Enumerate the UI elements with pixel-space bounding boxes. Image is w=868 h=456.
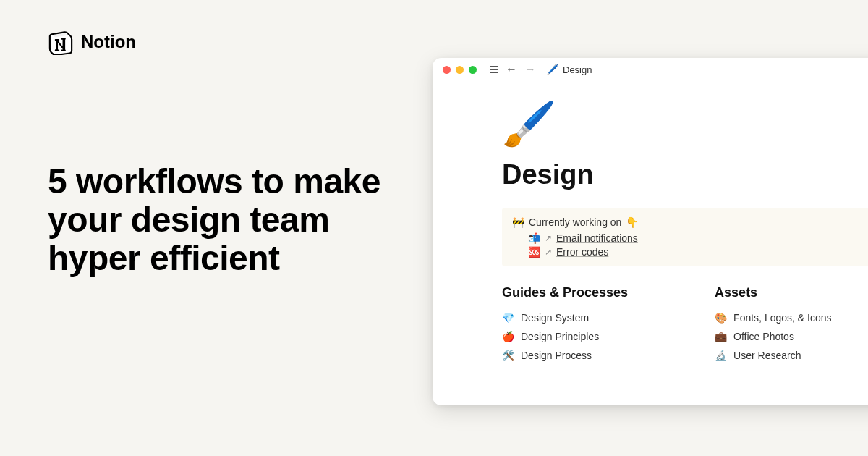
page-link[interactable]: 🔬 User Research	[715, 350, 831, 361]
mailbox-icon: 📬	[528, 232, 540, 244]
nav-back-icon[interactable]: ←	[506, 63, 517, 76]
breadcrumb-page-name: Design	[563, 64, 592, 75]
app-window: ← → 🖊️ Design Share 🖌️ Design 🚧 Currentl…	[433, 58, 868, 405]
microscope-icon: 🔬	[715, 350, 728, 361]
callout-header-text: Currently working on	[529, 216, 621, 228]
page-link[interactable]: 💼 Office Photos	[715, 331, 831, 342]
tools-icon: 🛠️	[502, 350, 515, 361]
callout-block: 🚧 Currently working on 👇 📬 ↗ Email notif…	[502, 208, 868, 266]
construction-icon: 🚧	[512, 216, 524, 228]
page-hero-icon[interactable]: 🖌️	[502, 103, 868, 146]
window-titlebar: ← → 🖊️ Design Share	[433, 58, 868, 81]
point-down-icon: 👇	[626, 216, 638, 228]
link-arrow-icon: ↗	[545, 233, 552, 243]
column-heading: Guides & Processes	[502, 285, 628, 300]
briefcase-icon: 💼	[715, 331, 728, 342]
page-link-label: Design System	[521, 312, 589, 324]
breadcrumb-page-icon: 🖊️	[546, 64, 558, 75]
notion-logo-icon	[48, 29, 74, 55]
callout-link-item[interactable]: 📬 ↗ Email notifications	[528, 232, 859, 244]
link-arrow-icon: ↗	[545, 247, 552, 257]
page-link[interactable]: 🍎 Design Principles	[502, 331, 628, 342]
callout-link[interactable]: Email notifications	[556, 232, 638, 244]
marketing-headline: 5 workflows to make your design team hyp…	[48, 163, 395, 277]
callout-link[interactable]: Error codes	[556, 246, 608, 258]
page-link[interactable]: 💎 Design System	[502, 312, 628, 324]
page-link-label: Design Principles	[521, 331, 599, 342]
column-guides: Guides & Processes 💎 Design System 🍎 Des…	[502, 285, 628, 368]
minimize-window-icon[interactable]	[456, 66, 464, 74]
sidebar-toggle-icon[interactable]	[490, 66, 498, 74]
page-link-label: Office Photos	[733, 331, 794, 342]
breadcrumb[interactable]: 🖊️ Design	[546, 64, 592, 75]
column-assets: Assets 🎨 Fonts, Logos, & Icons 💼 Office …	[715, 285, 831, 368]
brand-name: Notion	[81, 32, 136, 52]
page-content: 🖌️ Design 🚧 Currently working on 👇 📬 ↗ E…	[433, 81, 868, 368]
close-window-icon[interactable]	[443, 66, 451, 74]
page-link-label: Fonts, Logos, & Icons	[733, 312, 831, 324]
sos-icon: 🆘	[528, 246, 540, 258]
column-heading: Assets	[715, 285, 831, 300]
palette-icon: 🎨	[715, 312, 728, 324]
page-title[interactable]: Design	[502, 159, 868, 190]
apple-icon: 🍎	[502, 331, 515, 342]
maximize-window-icon[interactable]	[469, 66, 477, 74]
traffic-lights	[443, 66, 477, 74]
callout-link-item[interactable]: 🆘 ↗ Error codes	[528, 246, 859, 258]
callout-header: 🚧 Currently working on 👇	[512, 216, 859, 228]
diamond-icon: 💎	[502, 312, 515, 324]
page-link[interactable]: 🛠️ Design Process	[502, 350, 628, 361]
nav-forward-icon[interactable]: →	[524, 63, 536, 76]
columns-layout: Guides & Processes 💎 Design System 🍎 Des…	[502, 285, 868, 368]
page-link-label: Design Process	[521, 350, 592, 361]
page-link[interactable]: 🎨 Fonts, Logos, & Icons	[715, 312, 831, 324]
brand-logo: Notion	[48, 29, 136, 55]
page-link-label: User Research	[733, 350, 801, 361]
